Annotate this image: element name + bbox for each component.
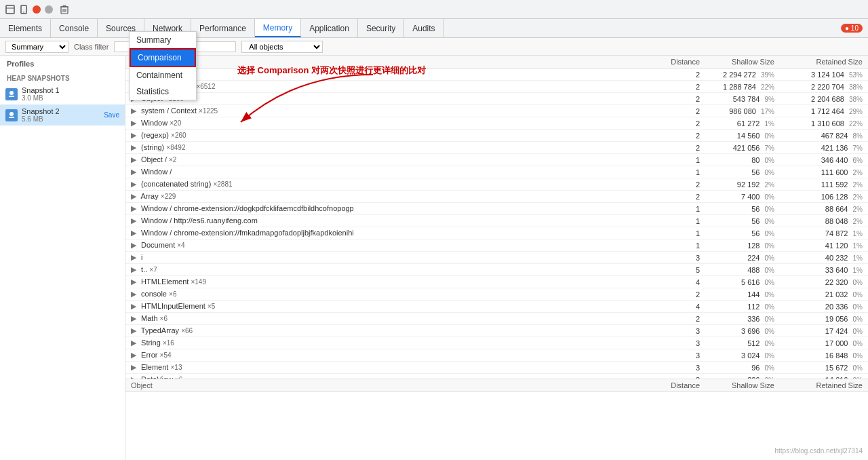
table-row[interactable]: ▶ Window / http://es6.ruanyifeng.com 1 5…	[125, 215, 868, 227]
table-row[interactable]: ▶ Math ×6 2 336 0% 19 056 0%	[125, 313, 868, 325]
table-row[interactable]: ▶ HTMLInputElement ×5 4 112 0% 20 336 0%	[125, 301, 868, 313]
expand-arrow[interactable]: ▶	[131, 375, 136, 379]
table-row[interactable]: ▶ Window ×20 2 61 272 1% 1 310 608 22%	[125, 117, 868, 130]
expand-arrow[interactable]: ▶	[131, 241, 136, 249]
data-table: Constructor Distance Shallow Size Retain…	[125, 56, 868, 379]
table-row[interactable]: ▶ Object ×1109 2 543 784 9% 2 204 688 38…	[125, 93, 868, 105]
cell-retained: 40 232 1%	[780, 252, 868, 264]
cell-retained: 15 672 0%	[780, 362, 868, 374]
trash-icon[interactable]	[60, 5, 69, 14]
table-row[interactable]: ▶ i 3 224 0% 40 232 1%	[125, 252, 868, 264]
table-row[interactable]: ▶ Error ×54 3 3 024 0% 16 848 0%	[125, 349, 868, 362]
col-header-distance: Distance	[658, 56, 705, 69]
snapshot-1-item[interactable]: Snapshot 1 3.0 MB	[0, 83, 125, 104]
expand-arrow[interactable]: ▶	[131, 180, 136, 188]
constructor-name: (concatenated string)	[141, 180, 211, 188]
cell-distance: 2	[658, 288, 705, 301]
cell-retained: 16 848 0%	[780, 349, 868, 362]
table-row[interactable]: ▶ Document ×4 1 128 0% 41 120 1%	[125, 239, 868, 252]
cell-shallow: 92 192 2%	[705, 178, 780, 191]
expand-arrow[interactable]: ▶	[131, 107, 136, 115]
expand-arrow[interactable]: ▶	[131, 351, 136, 359]
table-row[interactable]: ▶ (concatenated string) ×2881 2 92 192 2…	[125, 178, 868, 191]
cell-distance: 2	[658, 191, 705, 203]
expand-arrow[interactable]: ▶	[131, 363, 136, 371]
tab-console[interactable]: Console	[51, 19, 98, 37]
data-table-container[interactable]: Constructor Distance Shallow Size Retain…	[125, 56, 868, 379]
cell-distance: 3	[658, 362, 705, 374]
summary-select[interactable]: Summary Comparison Containment Statistic…	[5, 41, 68, 53]
table-body: ▶ (closure) ×9054 2 2 294 272 39% 3 124 …	[125, 69, 868, 379]
expand-arrow[interactable]: ▶	[131, 119, 136, 127]
circle-grey-icon[interactable]	[45, 5, 53, 14]
tab-elements[interactable]: Elements	[0, 19, 51, 37]
mobile-icon[interactable]	[19, 5, 28, 14]
constructor-name: String	[141, 339, 161, 347]
table-row[interactable]: ▶ (compiled code) ×6512 2 1 288 784 22% …	[125, 81, 868, 93]
table-row[interactable]: ▶ Array ×229 2 7 400 0% 106 128 2%	[125, 191, 868, 203]
tab-memory[interactable]: Memory	[255, 19, 301, 37]
cell-constructor: ▶ (regexp) ×260	[125, 130, 658, 142]
table-row[interactable]: ▶ (closure) ×9054 2 2 294 272 39% 3 124 …	[125, 69, 868, 81]
table-row[interactable]: ▶ TypedArray ×66 3 3 696 0% 17 424 0%	[125, 325, 868, 337]
count-badge: ×5	[208, 303, 215, 310]
expand-arrow[interactable]: ▶	[131, 253, 136, 261]
cell-shallow: 56 0%	[705, 215, 780, 227]
expand-arrow[interactable]: ▶	[131, 339, 136, 347]
table-row[interactable]: ▶ system / Context ×1225 2 986 080 17% 1…	[125, 105, 868, 117]
expand-arrow[interactable]: ▶	[131, 326, 136, 334]
expand-arrow[interactable]: ▶	[131, 143, 136, 151]
table-row[interactable]: ▶ console ×6 2 144 0% 21 032 0%	[125, 288, 868, 301]
expand-arrow[interactable]: ▶	[131, 314, 136, 322]
table-row[interactable]: ▶ Window / chrome-extension://dogkpdfckl…	[125, 203, 868, 215]
table-row[interactable]: ▶ String ×16 3 512 0% 17 000 0%	[125, 337, 868, 349]
table-row[interactable]: ▶ (string) ×8492 2 421 056 7% 421 136 7%	[125, 142, 868, 154]
cell-constructor: ▶ String ×16	[125, 337, 658, 349]
cell-shallow: 224 0%	[705, 252, 780, 264]
cell-retained: 33 640 1%	[780, 264, 868, 276]
circle-red-icon[interactable]	[33, 5, 41, 14]
expand-arrow[interactable]: ▶	[131, 277, 136, 286]
expand-arrow[interactable]: ▶	[131, 155, 136, 164]
save-link[interactable]: Save	[104, 111, 119, 119]
table-row[interactable]: ▶ t.. ×7 5 488 0% 33 640 1%	[125, 264, 868, 276]
expand-arrow[interactable]: ▶	[131, 168, 136, 176]
table-row[interactable]: ▶ DataView ×6 3 336 0% 14 016 0%	[125, 374, 868, 379]
cell-shallow: 14 560 0%	[705, 130, 780, 142]
svg-point-3	[23, 12, 24, 13]
expand-arrow[interactable]: ▶	[131, 204, 136, 212]
cell-constructor: ▶ (compiled code) ×6512	[125, 81, 658, 93]
tab-application[interactable]: Application	[301, 19, 358, 37]
expand-arrow[interactable]: ▶	[131, 302, 136, 310]
expand-arrow[interactable]: ▶	[131, 290, 136, 298]
table-row[interactable]: ▶ Window / chrome-extension://fmkadmapgo…	[125, 227, 868, 239]
table-row[interactable]: ▶ HTMLElement ×149 4 5 616 0% 22 320 0%	[125, 276, 868, 288]
svg-point-10	[9, 91, 14, 95]
count-badge: ×66	[181, 327, 193, 334]
constructor-name: t..	[141, 265, 147, 273]
expand-arrow[interactable]: ▶	[131, 131, 136, 139]
tab-security[interactable]: Security	[358, 19, 404, 37]
expand-arrow[interactable]: ▶	[131, 265, 136, 273]
cell-shallow: 56 0%	[705, 227, 780, 239]
cell-retained: 421 136 7%	[780, 142, 868, 154]
tab-audits[interactable]: Audits	[404, 19, 443, 37]
cell-shallow: 336 0%	[705, 313, 780, 325]
tab-performance[interactable]: Performance	[191, 19, 255, 37]
snapshot-2-item[interactable]: Snapshot 2 5.6 MB Save	[0, 104, 125, 126]
expand-arrow[interactable]: ▶	[131, 229, 136, 237]
topbar	[0, 0, 868, 19]
expand-arrow[interactable]: ▶	[131, 192, 136, 200]
table-row[interactable]: ▶ (regexp) ×260 2 14 560 0% 467 824 8%	[125, 130, 868, 142]
table-row[interactable]: ▶ Window / 1 56 0% 111 600 2%	[125, 166, 868, 178]
expand-arrow[interactable]: ▶	[131, 216, 136, 225]
count-badge: ×8492	[166, 144, 185, 151]
constructor-name: DataView	[141, 375, 173, 379]
cell-distance: 2	[658, 178, 705, 191]
table-row[interactable]: ▶ Element ×13 3 96 0% 15 672 0%	[125, 362, 868, 374]
all-objects-select[interactable]: All objects Objects allocated before sna…	[241, 41, 323, 53]
devtools-icon	[5, 5, 15, 14]
cell-shallow: 512 0%	[705, 337, 780, 349]
table-row[interactable]: ▶ Object / ×2 1 80 0% 346 440 6%	[125, 154, 868, 166]
cell-constructor: ▶ TypedArray ×66	[125, 325, 658, 337]
